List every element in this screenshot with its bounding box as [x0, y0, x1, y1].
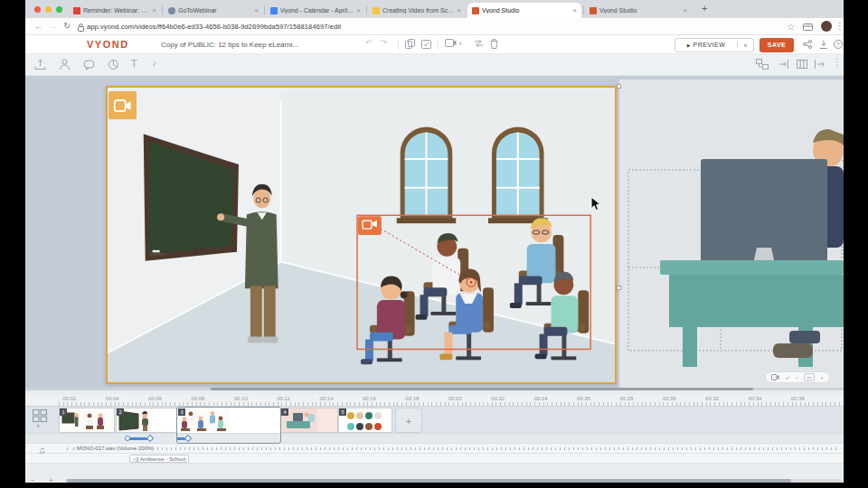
- tab-creating-video-doc[interactable]: Creating Video from Scratch W... ×: [368, 3, 466, 18]
- scene-track: ∨ 1 2: [25, 407, 844, 434]
- asset-toolbar: T ♪ ⋮: [25, 54, 844, 76]
- mouse-cursor: [590, 196, 601, 211]
- mac-minimize-button[interactable]: [45, 6, 52, 13]
- text-tool-icon[interactable]: T: [131, 58, 137, 69]
- vyond-logo[interactable]: VYOND: [87, 39, 129, 50]
- back-icon[interactable]: ←: [34, 21, 43, 31]
- scene-block-5[interactable]: 5: [338, 408, 392, 433]
- scene-5-color-palette: [347, 412, 385, 432]
- browser-tab-bar: Reminder: Webinar: Creating ... × GoToWe…: [25, 0, 844, 18]
- camera-end-handle[interactable]: [146, 435, 154, 442]
- preview-button[interactable]: ▶ PREVIEW ∨: [675, 38, 754, 52]
- window-right: [488, 127, 548, 223]
- close-tab-icon[interactable]: ×: [152, 6, 156, 14]
- tab-vyond-studio-2[interactable]: Vyond Studio ×: [585, 3, 692, 18]
- tab-gotowebinar[interactable]: GoToWebinar ×: [164, 3, 263, 18]
- gotowebinar-icon: [168, 7, 175, 14]
- scene-number-badge: 2: [117, 408, 124, 416]
- extension-icon[interactable]: [803, 23, 813, 31]
- mac-zoom-button[interactable]: [56, 6, 62, 13]
- scene-number-badge: 1: [60, 408, 67, 416]
- close-tab-icon[interactable]: ×: [457, 6, 461, 14]
- tab-gmail-reminder[interactable]: Reminder: Webinar: Creating ... ×: [69, 3, 161, 18]
- undo-icon[interactable]: ↶: [365, 38, 373, 47]
- storyboard-view-icon[interactable]: [33, 409, 47, 422]
- next-scene-preview[interactable]: [619, 80, 844, 388]
- camera-icon: [771, 374, 779, 380]
- resize-handle[interactable]: [617, 286, 621, 290]
- redo-icon[interactable]: ↷: [381, 38, 388, 47]
- scene-block-4[interactable]: 4: [280, 408, 338, 433]
- scene-block-1[interactable]: 1: [59, 408, 115, 433]
- camera-dropdown-icon[interactable]: ∨: [458, 40, 462, 46]
- trash-icon[interactable]: [490, 39, 498, 49]
- new-tab-button[interactable]: +: [702, 3, 707, 14]
- scene-camera-badge[interactable]: [108, 91, 137, 119]
- avatar[interactable]: [821, 21, 832, 32]
- camera-icon: [114, 99, 131, 112]
- audio-2-chip[interactable]: ◁) Ambience - School: [129, 455, 189, 463]
- folder-icon: [373, 7, 380, 14]
- enter-scene-icon[interactable]: [778, 59, 789, 70]
- more-options-icon[interactable]: ⋮: [833, 57, 842, 67]
- letterbox-bottom: [25, 483, 844, 485]
- window-left: [397, 127, 457, 223]
- chart-icon[interactable]: [108, 59, 119, 70]
- add-scene-button[interactable]: +: [395, 408, 422, 433]
- browser-menu-icon[interactable]: ⋮: [835, 21, 844, 31]
- scene-canvas[interactable]: [106, 86, 617, 384]
- camera-mini-toolbar[interactable]: ✓ − ▭ +: [765, 371, 830, 383]
- reload-icon[interactable]: ↻: [63, 21, 71, 31]
- audio-track-1[interactable]: ♪ MONO-017.wav (Volume 200%): [25, 444, 844, 454]
- download-icon[interactable]: [819, 40, 828, 49]
- scene-number-badge: 5: [339, 408, 346, 416]
- mac-close-button[interactable]: [34, 6, 41, 13]
- paste-icon[interactable]: [421, 39, 431, 49]
- speaker-icon: ◁): [133, 456, 139, 462]
- scene-number-badge: 4: [281, 408, 288, 416]
- close-tab-icon[interactable]: ×: [683, 6, 687, 14]
- props-icon[interactable]: [83, 59, 95, 70]
- screen-frame: Reminder: Webinar: Creating ... × GoToWe…: [0, 0, 868, 488]
- character-icon[interactable]: [59, 59, 71, 70]
- browser-window: Reminder: Webinar: Creating ... × GoToWe…: [25, 0, 844, 485]
- document-title[interactable]: Copy of PUBLIC: 12 tips to Keep eLearni.…: [161, 41, 298, 49]
- bookmark-star-icon[interactable]: ☆: [787, 22, 795, 32]
- timeline-panel: 00:0200:0400:0600:0800:1000:1200:1400:16…: [25, 388, 844, 485]
- vyond-icon: [590, 7, 597, 14]
- layout-icon[interactable]: [756, 59, 769, 70]
- camera-icon[interactable]: [445, 39, 457, 47]
- share-icon[interactable]: [803, 40, 812, 49]
- panels-icon[interactable]: [797, 59, 807, 70]
- exit-scene-icon[interactable]: [814, 59, 825, 70]
- camera-start-handle[interactable]: [125, 436, 130, 441]
- url-text[interactable]: app.vyond.com/videos/ff64b0e6-ed33-4656-…: [87, 23, 341, 31]
- vyond-icon: [472, 7, 479, 14]
- close-tab-icon[interactable]: ×: [254, 6, 259, 14]
- timeline-top-scrollbar[interactable]: [25, 388, 844, 390]
- help-icon[interactable]: ?: [834, 40, 843, 49]
- copy-icon[interactable]: [405, 39, 415, 49]
- confirm-icon[interactable]: ✓: [785, 374, 789, 380]
- zoom-out-icon[interactable]: −: [796, 375, 799, 380]
- tab-vyond-calendar[interactable]: Vyond - Calendar - April 2020 ×: [266, 3, 365, 18]
- zoom-in-icon[interactable]: +: [820, 375, 824, 380]
- swap-icon[interactable]: [474, 39, 484, 48]
- close-tab-icon[interactable]: ×: [356, 6, 361, 14]
- collapse-scenes-icon[interactable]: ∨: [36, 422, 40, 428]
- save-button[interactable]: SAVE: [760, 38, 794, 52]
- audio-tracks-icon: ♫: [38, 445, 45, 455]
- tab-vyond-studio-active[interactable]: Vyond Studio ×: [467, 3, 581, 18]
- audio-track-2[interactable]: ◁) Ambience - School: [25, 454, 844, 464]
- audio-tool-icon[interactable]: ♪: [152, 58, 156, 68]
- resize-handle[interactable]: [617, 84, 621, 89]
- upload-icon[interactable]: [34, 59, 46, 70]
- timeline-ruler[interactable]: 00:0200:0400:0600:0800:1000:1200:1400:16…: [25, 395, 844, 407]
- vyond-toolbar: VYOND Copy of PUBLIC: 12 tips to Keep eL…: [25, 35, 844, 54]
- forward-icon[interactable]: →: [49, 21, 58, 31]
- scene-block-2[interactable]: 2: [116, 408, 177, 433]
- browser-nav-bar: ← → ↻ app.vyond.com/videos/ff64b0e6-ed33…: [25, 18, 844, 35]
- audio-waveform: [67, 447, 840, 450]
- preview-dropdown-icon[interactable]: ∨: [737, 42, 753, 48]
- close-tab-icon[interactable]: ×: [572, 6, 577, 14]
